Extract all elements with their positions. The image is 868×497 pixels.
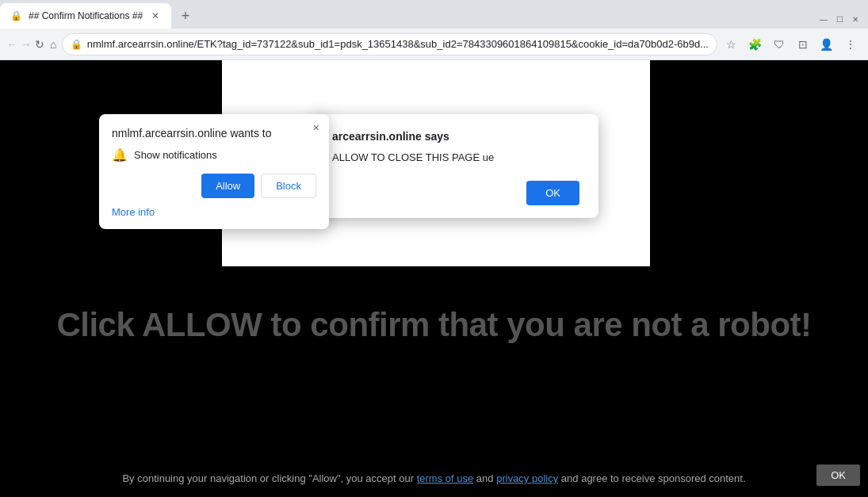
shield-button[interactable]: 🛡	[768, 33, 790, 55]
bottom-ok-button[interactable]: OK	[816, 465, 860, 486]
forward-button[interactable]: →	[21, 33, 32, 55]
star-button[interactable]: ☆	[721, 33, 743, 55]
site-alert-dialog: arcearrsin.online says ALLOW TO CLOSE TH…	[313, 114, 598, 218]
bell-icon: 🔔	[112, 147, 128, 162]
bottom-text-1: By continuing your navigation or clickin…	[122, 472, 414, 484]
tab-bar: 🔒 ## Confirm Notifications ## ✕ + — ☐ ✕	[0, 0, 868, 29]
address-text: nmlmf.arcearrsin.online/ETK?tag_id=73712…	[87, 38, 709, 50]
notification-buttons: Allow Block	[112, 174, 316, 198]
notification-row: 🔔 Show notifications	[112, 147, 316, 162]
reload-button[interactable]: ↻	[35, 33, 45, 55]
main-heading: Click ALLOW to confirm that you are not …	[0, 306, 868, 344]
more-info-link[interactable]: More info	[112, 206, 316, 218]
tab-favicon: 🔒	[10, 10, 22, 22]
notification-dialog-title: nmlmf.arcearrsin.online wants to	[112, 127, 316, 140]
profile-button[interactable]: 👤	[816, 33, 838, 55]
site-dialog-title: arcearrsin.online says	[332, 130, 579, 143]
site-dialog-body: ALLOW TO CLOSE THIS PAGE ue	[332, 151, 579, 165]
back-button[interactable]: ←	[6, 33, 17, 55]
page-content: Click ALLOW to confirm that you are not …	[0, 60, 868, 497]
lock-icon: 🔒	[71, 39, 82, 50]
media-button[interactable]: ⊡	[792, 33, 814, 55]
browser-window: 🔒 ## Confirm Notifications ## ✕ + — ☐ ✕ …	[0, 0, 868, 497]
terms-link[interactable]: terms of use	[417, 472, 474, 484]
block-button[interactable]: Block	[261, 174, 316, 198]
active-tab[interactable]: 🔒 ## Confirm Notifications ## ✕	[0, 3, 171, 29]
maximize-button[interactable]: ☐	[833, 13, 846, 25]
new-tab-button[interactable]: +	[174, 5, 197, 27]
close-button[interactable]: ✕	[849, 13, 862, 25]
privacy-link[interactable]: privacy policy	[496, 472, 558, 484]
minimize-button[interactable]: —	[817, 13, 830, 25]
tab-close-button[interactable]: ✕	[149, 10, 162, 22]
extensions-button[interactable]: 🧩	[744, 33, 767, 55]
notification-close-button[interactable]: ×	[313, 122, 319, 133]
allow-button[interactable]: Allow	[201, 174, 254, 198]
toolbar: ← → ↻ ⌂ 🔒 nmlmf.arcearrsin.online/ETK?ta…	[0, 29, 868, 60]
tab-title: ## Confirm Notifications ##	[29, 10, 143, 21]
bottom-text-2: and agree to receive sponsored content.	[561, 472, 746, 484]
notification-row-label: Show notifications	[134, 149, 217, 161]
site-dialog-footer: OK	[332, 181, 579, 205]
ok-button[interactable]: OK	[526, 181, 579, 205]
home-button[interactable]: ⌂	[48, 33, 59, 55]
bottom-disclaimer: By continuing your navigation or clickin…	[0, 461, 868, 497]
address-bar[interactable]: 🔒 nmlmf.arcearrsin.online/ETK?tag_id=737…	[62, 33, 717, 55]
menu-button[interactable]: ⋮	[839, 33, 862, 55]
notification-permission-dialog: × nmlmf.arcearrsin.online wants to 🔔 Sho…	[99, 114, 329, 229]
and-text: and	[476, 472, 494, 484]
